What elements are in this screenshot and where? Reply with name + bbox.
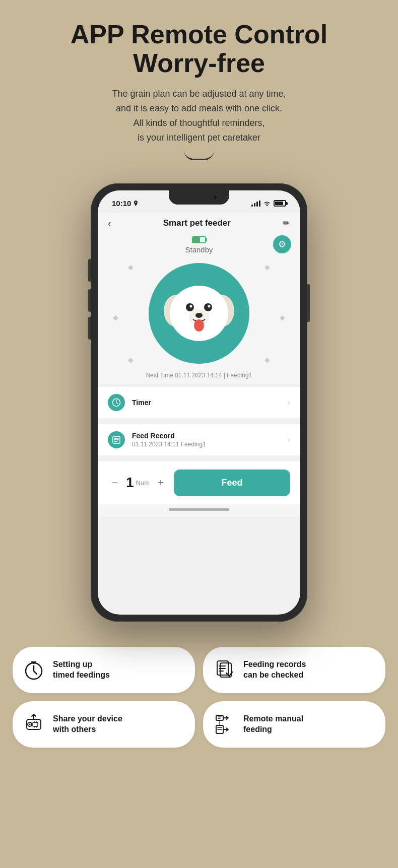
feature-timer: Setting uptimed feedings: [13, 647, 195, 693]
app-title: Smart pet feeder: [163, 218, 231, 228]
clock-feature-icon: [23, 659, 45, 681]
feed-record-section: Feed Record 01.11.2023 14:11 Feeding1 ›: [98, 424, 300, 455]
pet-icon: [149, 263, 249, 364]
remote-feature-icon: [211, 711, 237, 738]
list-icon: [112, 435, 121, 444]
feed-control-section: − 1 Num + Feed: [98, 461, 300, 504]
svg-rect-34: [216, 715, 223, 720]
status-icons: [251, 200, 286, 207]
signal-icon: [251, 201, 260, 207]
svg-point-7: [208, 305, 211, 307]
device-battery: [192, 236, 206, 243]
diamond-decor-4: ◆: [280, 313, 285, 321]
remote-feature-text: Remote manualfeeding: [243, 714, 303, 735]
svg-point-0: [136, 202, 137, 203]
home-indicator: [98, 504, 300, 517]
device-status-area: Standby ⚙: [98, 234, 300, 258]
app-header: ‹ Smart pet feeder ✏: [98, 213, 300, 234]
page-header: APP Remote Control Worry-free The grain …: [71, 20, 327, 160]
notch-camera: [212, 194, 218, 201]
timer-icon: [108, 394, 125, 411]
dog-face-svg: [159, 273, 239, 354]
num-label: Num: [136, 479, 150, 487]
feature-remote: Remote manualfeeding: [203, 701, 385, 748]
location-icon: [133, 201, 139, 206]
subtitle: The grain plan can be adjusted at any ti…: [71, 87, 327, 145]
feature-records: Feeding recordscan be checked: [203, 647, 385, 693]
share-feature-icon: [21, 711, 47, 738]
feed-record-sub: 01.11.2023 14:11 Feeding1: [132, 441, 288, 448]
phone-screen: 10:10: [98, 190, 300, 615]
svg-point-4: [186, 303, 194, 311]
next-feeding-time: Next Time:01.11.2023 14:14 | Feeding1: [98, 369, 300, 384]
feature-grid: Setting uptimed feedings Feeding records…: [13, 647, 385, 748]
feed-counter: − 1 Num +: [108, 475, 168, 491]
diamond-decor-5: ◆: [128, 356, 134, 364]
feed-button[interactable]: Feed: [174, 470, 290, 496]
smile-decoration: [184, 150, 214, 160]
battery-icon: [274, 200, 286, 207]
timer-feature-text: Setting uptimed feedings: [53, 659, 110, 681]
record-arrow: ›: [288, 435, 290, 444]
feature-share: Share your devicewith others: [13, 701, 195, 748]
standby-label: Standby: [185, 245, 213, 254]
dog-display-area: ◆ ◆ ◆ ◆ ◆ ◆: [98, 258, 300, 369]
feed-record-text: Feed Record 01.11.2023 14:11 Feeding1: [132, 432, 288, 448]
clock-icon: [112, 398, 121, 407]
share-feature-svg: [23, 713, 45, 736]
diamond-decor-1: ◆: [128, 263, 134, 271]
feed-record-menu-item[interactable]: Feed Record 01.11.2023 14:11 Feeding1 ›: [98, 424, 300, 455]
timer-menu-text: Timer: [132, 398, 288, 407]
svg-point-27: [29, 723, 31, 725]
svg-point-9: [195, 313, 203, 318]
records-feature-svg: [213, 659, 235, 681]
diamond-decor-2: ◆: [264, 263, 270, 271]
settings-button[interactable]: ⚙: [273, 235, 291, 253]
svg-rect-28: [33, 722, 38, 726]
phone-notch: [169, 190, 229, 205]
remote-feature-svg: [213, 713, 235, 736]
back-button[interactable]: ‹: [108, 218, 111, 229]
increase-button[interactable]: +: [154, 476, 168, 490]
main-title: APP Remote Control Worry-free: [71, 20, 327, 78]
svg-point-11: [195, 320, 203, 324]
timer-arrow: ›: [288, 398, 290, 407]
svg-rect-25: [27, 719, 41, 729]
feed-record-label: Feed Record: [132, 432, 288, 440]
wifi-icon: [263, 201, 271, 207]
timer-feature-icon: [21, 657, 47, 683]
phone-frame: 10:10: [91, 183, 307, 622]
edit-icon[interactable]: ✏: [283, 218, 290, 229]
share-feature-text: Share your devicewith others: [53, 714, 122, 735]
svg-point-5: [204, 303, 212, 311]
records-feature-text: Feeding recordscan be checked: [243, 659, 306, 681]
feed-quantity: 1: [126, 475, 134, 491]
diamond-decor-3: ◆: [113, 313, 118, 321]
status-time: 10:10: [112, 199, 139, 208]
timer-section: Timer ›: [98, 387, 300, 418]
timer-menu-item[interactable]: Timer ›: [98, 387, 300, 418]
svg-point-6: [190, 305, 192, 307]
diamond-decor-6: ◆: [264, 356, 270, 364]
timer-label: Timer: [132, 398, 288, 407]
record-icon: [108, 431, 125, 448]
home-bar: [169, 508, 229, 511]
phone-mockup: 10:10: [91, 183, 307, 622]
decrease-button[interactable]: −: [108, 476, 122, 490]
records-feature-icon: [211, 657, 237, 683]
